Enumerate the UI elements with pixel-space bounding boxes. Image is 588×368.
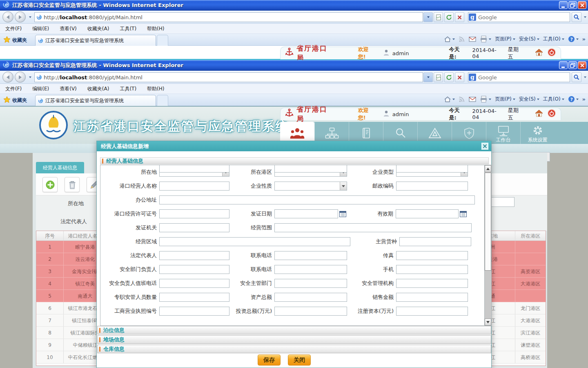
overflow-chevron-icon[interactable]: » — [582, 96, 586, 102]
logout-power-icon[interactable] — [548, 48, 556, 58]
input-field[interactable] — [274, 165, 347, 173]
accordion-berth[interactable]: 泊位信息 — [97, 326, 491, 334]
favorites-star-icon[interactable] — [3, 36, 11, 45]
input-field[interactable] — [159, 165, 229, 173]
select-field[interactable] — [274, 182, 347, 191]
menu-view[interactable]: 查看(V) — [54, 84, 82, 94]
home-shortcut-icon[interactable] — [535, 48, 543, 58]
dropdown-arrow-icon[interactable] — [340, 182, 347, 190]
new-tab-stub[interactable] — [157, 35, 168, 46]
favorites-label[interactable]: 收藏夹 — [12, 37, 27, 44]
menu-file[interactable]: 文件(F) — [0, 84, 27, 94]
input-field[interactable] — [396, 279, 468, 288]
menu-edit[interactable]: 编辑(E) — [27, 24, 54, 34]
close-button-dialog[interactable]: 关闭 — [288, 355, 311, 366]
calendar-icon[interactable] — [339, 211, 347, 218]
forward-button[interactable] — [15, 72, 26, 83]
refresh-button[interactable] — [444, 72, 454, 82]
menu-edit[interactable]: 编辑(E) — [27, 84, 54, 94]
favorites-star-icon[interactable] — [3, 96, 11, 105]
scroll-down-icon[interactable] — [485, 319, 491, 325]
close-button[interactable] — [578, 61, 586, 69]
scrollbar-thumb[interactable] — [485, 173, 491, 271]
input-field[interactable] — [274, 293, 347, 302]
restore-button[interactable] — [568, 1, 577, 9]
input-field[interactable] — [396, 209, 459, 218]
home-button[interactable] — [444, 96, 455, 103]
refresh-button[interactable] — [444, 12, 454, 22]
content-tab[interactable]: 经营人基础信息 — [36, 162, 84, 173]
url-dropdown-button[interactable] — [423, 12, 433, 22]
save-button[interactable]: 保存 — [258, 355, 281, 366]
input-field[interactable] — [159, 279, 229, 288]
col-header-zone[interactable]: 所在港区 — [515, 231, 546, 240]
input-field[interactable] — [159, 307, 229, 316]
back-button[interactable] — [2, 11, 13, 22]
input-field[interactable] — [274, 209, 338, 218]
search-box[interactable]: g — [468, 72, 570, 82]
accordion-yard[interactable]: 堆场信息 — [97, 335, 491, 344]
dialog-close-icon[interactable] — [481, 143, 488, 150]
accordion-warehouse[interactable]: 仓库信息 — [97, 345, 491, 353]
input-field[interactable] — [396, 165, 468, 173]
new-tab-stub[interactable] — [157, 95, 168, 106]
menu-favorites[interactable]: 收藏夹(A) — [82, 84, 115, 94]
input-field[interactable] — [274, 307, 347, 316]
input-field[interactable] — [399, 237, 471, 246]
help-button[interactable]: ? — [568, 36, 579, 43]
menu-tools[interactable]: 工具(T) — [114, 84, 142, 94]
history-dropdown-icon[interactable] — [29, 76, 31, 78]
mail-icon[interactable] — [469, 36, 476, 42]
input-field[interactable] — [274, 265, 347, 274]
delete-button[interactable] — [65, 177, 80, 192]
restore-button[interactable] — [568, 61, 577, 69]
tools-menu[interactable]: 工具(O) — [543, 36, 564, 43]
back-button[interactable] — [2, 72, 13, 83]
close-button[interactable] — [578, 1, 586, 9]
nav-settings[interactable]: 系统设置 — [520, 122, 555, 145]
compatibility-view-button[interactable] — [434, 12, 443, 22]
mail-icon[interactable] — [469, 96, 476, 102]
overflow-chevron-icon[interactable]: » — [582, 36, 586, 42]
tools-menu[interactable]: 工具(O) — [543, 96, 564, 103]
search-button[interactable] — [572, 72, 581, 82]
url-field[interactable]: e http://localhost:8080/yjpt/Main.html — [34, 72, 423, 82]
help-button[interactable]: ? — [568, 96, 579, 103]
url-field[interactable]: e http://localhost:8080/yjpt/Main.html — [34, 12, 423, 22]
input-field[interactable] — [274, 251, 347, 260]
input-field[interactable] — [396, 265, 468, 274]
input-field[interactable] — [159, 265, 229, 274]
input-field[interactable] — [159, 223, 229, 232]
search-box[interactable]: g — [468, 12, 570, 22]
stop-button[interactable] — [455, 72, 464, 82]
scroll-up-icon[interactable] — [485, 165, 491, 172]
page-menu[interactable]: 页面(P) — [495, 96, 515, 103]
input-field[interactable] — [274, 279, 347, 288]
browser-tab[interactable]: e 江苏省港口安全监管与应急管理系统 — [35, 95, 156, 106]
menu-view[interactable]: 查看(V) — [54, 24, 82, 34]
url-dropdown-button[interactable] — [423, 72, 433, 82]
input-field[interactable] — [159, 195, 475, 204]
input-field[interactable] — [159, 293, 229, 302]
add-button[interactable] — [42, 177, 58, 192]
print-button[interactable] — [480, 36, 491, 43]
search-options-icon[interactable] — [584, 76, 586, 78]
col-header-no[interactable]: 序号 — [36, 231, 64, 240]
input-field[interactable] — [159, 209, 229, 218]
search-input[interactable] — [476, 74, 569, 81]
feeds-icon[interactable] — [459, 36, 465, 43]
input-field[interactable] — [159, 251, 229, 260]
menu-help[interactable]: 帮助(H) — [142, 84, 169, 94]
input-field[interactable] — [159, 182, 229, 191]
forward-button[interactable] — [15, 11, 26, 22]
input-field[interactable] — [396, 251, 468, 260]
favorites-label[interactable]: 收藏夹 — [12, 97, 27, 104]
minimize-button[interactable] — [559, 61, 568, 69]
menu-favorites[interactable]: 收藏夹(A) — [82, 24, 115, 34]
minimize-button[interactable] — [559, 1, 568, 9]
menu-tools[interactable]: 工具(T) — [114, 24, 142, 34]
history-dropdown-icon[interactable] — [29, 16, 31, 18]
home-shortcut-icon[interactable] — [535, 109, 543, 119]
page-menu[interactable]: 页面(P) — [495, 36, 515, 43]
search-options-icon[interactable] — [584, 16, 586, 18]
